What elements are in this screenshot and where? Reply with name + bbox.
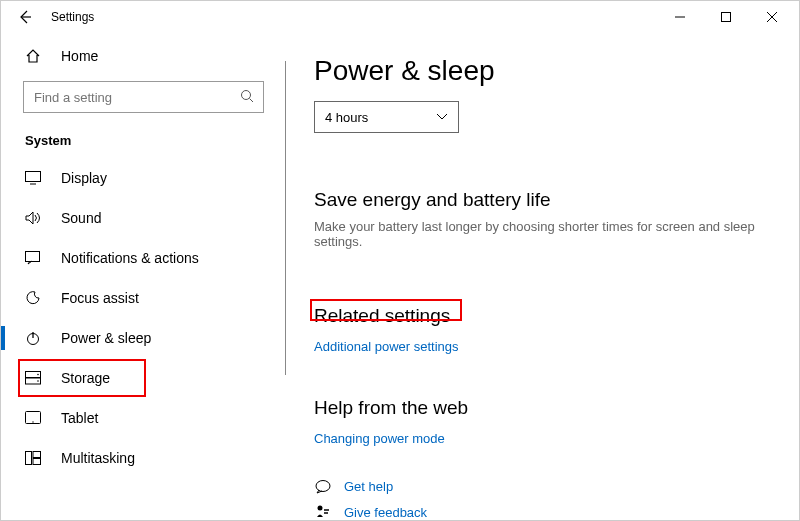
dropdown-value: 4 hours xyxy=(325,110,368,125)
svg-point-14 xyxy=(37,374,39,376)
notifications-icon xyxy=(25,251,41,265)
search-wrap xyxy=(23,81,264,113)
svg-rect-19 xyxy=(33,452,41,458)
sidebar-item-focus-assist[interactable]: Focus assist xyxy=(1,278,286,318)
energy-text: Make your battery last longer by choosin… xyxy=(314,219,775,249)
sidebar-item-label: Focus assist xyxy=(61,290,139,306)
maximize-button[interactable] xyxy=(703,1,749,33)
sidebar-item-label: Storage xyxy=(61,370,110,386)
sidebar-item-notifications[interactable]: Notifications & actions xyxy=(1,238,286,278)
svg-point-17 xyxy=(32,421,33,422)
related-heading: Related settings xyxy=(314,305,775,327)
chevron-down-icon xyxy=(436,113,448,121)
back-icon[interactable] xyxy=(17,9,33,25)
svg-rect-7 xyxy=(26,172,41,182)
svg-point-22 xyxy=(318,506,323,511)
storage-icon xyxy=(25,371,41,385)
sidebar-item-label: Display xyxy=(61,170,107,186)
get-help-label: Get help xyxy=(344,479,393,494)
multitasking-icon xyxy=(25,451,41,465)
sidebar-item-label: Multitasking xyxy=(61,450,135,466)
sleep-timeout-dropdown[interactable]: 4 hours xyxy=(314,101,459,133)
search-icon xyxy=(239,88,255,104)
give-feedback-label: Give feedback xyxy=(344,505,427,520)
sidebar: Home System Display Sound Notifications … xyxy=(1,33,286,520)
sidebar-item-multitasking[interactable]: Multitasking xyxy=(1,438,286,478)
svg-rect-9 xyxy=(26,252,40,262)
window-controls xyxy=(657,1,795,33)
give-feedback-row[interactable]: Give feedback xyxy=(314,504,775,520)
sidebar-item-storage[interactable]: Storage xyxy=(1,358,286,398)
category-label: System xyxy=(1,113,286,158)
sidebar-item-tablet[interactable]: Tablet xyxy=(1,398,286,438)
help-heading: Help from the web xyxy=(314,397,775,419)
tablet-icon xyxy=(25,411,41,425)
minimize-button[interactable] xyxy=(657,1,703,33)
chat-icon xyxy=(314,480,332,494)
energy-heading: Save energy and battery life xyxy=(314,189,775,211)
titlebar: Settings xyxy=(1,1,799,33)
home-label: Home xyxy=(61,48,98,64)
nav-list: Display Sound Notifications & actions Fo… xyxy=(1,158,286,478)
close-button[interactable] xyxy=(749,1,795,33)
svg-point-15 xyxy=(37,380,39,382)
feedback-icon xyxy=(314,504,332,520)
svg-point-21 xyxy=(316,480,330,491)
changing-power-mode-link[interactable]: Changing power mode xyxy=(314,431,445,446)
focus-assist-icon xyxy=(25,290,41,306)
sidebar-item-label: Notifications & actions xyxy=(61,250,199,266)
sidebar-item-label: Sound xyxy=(61,210,101,226)
sidebar-item-display[interactable]: Display xyxy=(1,158,286,198)
main-panel: Power & sleep 4 hours Save energy and ba… xyxy=(286,33,799,520)
window-title: Settings xyxy=(51,10,94,24)
get-help-row[interactable]: Get help xyxy=(314,479,775,494)
display-icon xyxy=(25,171,41,185)
search-input[interactable] xyxy=(23,81,264,113)
power-icon xyxy=(25,330,41,346)
titlebar-left: Settings xyxy=(17,9,94,25)
page-title: Power & sleep xyxy=(314,55,775,87)
svg-rect-2 xyxy=(722,13,731,22)
home-button[interactable]: Home xyxy=(1,37,286,75)
sidebar-item-label: Power & sleep xyxy=(61,330,151,346)
home-icon xyxy=(25,48,41,64)
svg-point-5 xyxy=(242,91,251,100)
sidebar-item-power-sleep[interactable]: Power & sleep xyxy=(1,318,286,358)
svg-line-6 xyxy=(250,99,254,103)
svg-rect-20 xyxy=(33,459,41,465)
svg-rect-18 xyxy=(26,452,32,465)
sound-icon xyxy=(25,211,41,225)
sidebar-item-label: Tablet xyxy=(61,410,98,426)
additional-power-settings-link[interactable]: Additional power settings xyxy=(314,339,459,354)
sidebar-item-sound[interactable]: Sound xyxy=(1,198,286,238)
